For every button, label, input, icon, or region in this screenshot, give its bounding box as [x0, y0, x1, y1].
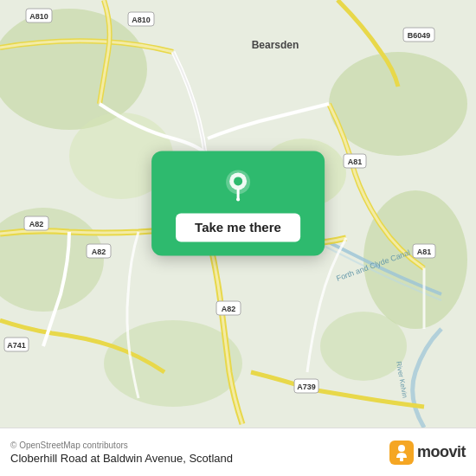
take-me-there-button[interactable]: Take me there: [176, 213, 300, 241]
map-view: A810 A810 B6049 Bearsden A81 A81 A82 A82…: [0, 0, 476, 428]
location-pin-icon: [219, 166, 257, 204]
svg-point-34: [234, 177, 242, 185]
location-label: Cloberhill Road at Baldwin Avenue, Scotl…: [10, 452, 233, 465]
moovit-brand-name: moovit: [417, 443, 466, 461]
svg-point-37: [398, 445, 405, 452]
svg-text:A82: A82: [29, 220, 44, 228]
svg-text:A810: A810: [29, 12, 48, 21]
svg-text:A741: A741: [7, 341, 26, 350]
svg-text:B6049: B6049: [408, 31, 431, 40]
copyright-text: © OpenStreetMap contributors: [10, 441, 233, 450]
svg-text:A81: A81: [417, 248, 432, 256]
svg-rect-38: [400, 458, 403, 461]
footer-bar: © OpenStreetMap contributors Cloberhill …: [0, 428, 476, 476]
svg-text:A82: A82: [92, 248, 106, 256]
svg-text:A82: A82: [222, 305, 236, 313]
svg-point-8: [320, 312, 407, 381]
svg-text:A739: A739: [297, 383, 316, 391]
svg-text:A810: A810: [132, 16, 151, 24]
moovit-logo[interactable]: moovit: [389, 441, 466, 465]
svg-text:Bearsden: Bearsden: [252, 39, 299, 51]
svg-point-35: [236, 197, 240, 201]
svg-point-2: [329, 52, 467, 156]
footer-info: © OpenStreetMap contributors Cloberhill …: [10, 441, 233, 465]
location-popup: Take me there: [151, 151, 325, 255]
svg-text:A81: A81: [348, 158, 363, 166]
moovit-logo-icon: [389, 441, 414, 465]
